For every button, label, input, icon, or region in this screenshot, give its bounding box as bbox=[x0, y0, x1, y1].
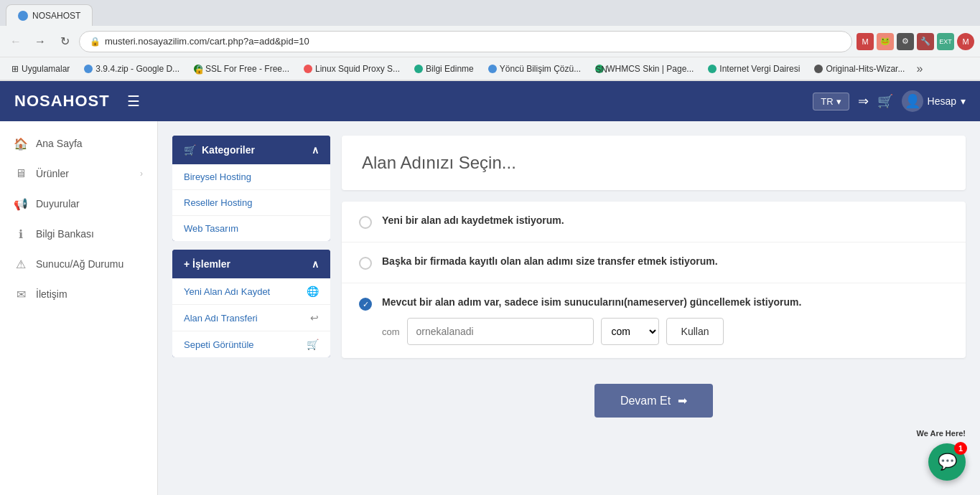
bookmark-favicon-2: 🔒 bbox=[194, 65, 202, 73]
top-nav-left: NOSAHOST ☰ bbox=[14, 90, 143, 113]
profile-icon[interactable]: M bbox=[957, 33, 974, 50]
option-radio-2[interactable] bbox=[359, 257, 372, 270]
category-bireysel-label: Bireysel Hosting bbox=[184, 171, 251, 182]
browser-tab[interactable]: NOSAHOST bbox=[6, 4, 93, 26]
islemler-title: + İşlemler bbox=[184, 258, 230, 270]
products-arrow-icon: › bbox=[140, 169, 143, 179]
bookmark-7[interactable]: Internet Vergi Dairesi bbox=[702, 62, 806, 76]
announcements-icon: 📢 bbox=[14, 197, 27, 210]
categories-items: Bireysel Hosting Reseller Hosting Web Ta… bbox=[172, 164, 330, 241]
option-label-2: Başka bir firmada kayıtlı olan alan adım… bbox=[382, 255, 948, 267]
sidebar-item-knowledge[interactable]: ℹ Bilgi Bankası bbox=[0, 219, 157, 249]
category-webdesign[interactable]: Web Tasarım bbox=[172, 216, 330, 241]
ext-icon-1[interactable]: M bbox=[857, 33, 874, 50]
category-webdesign-label: Web Tasarım bbox=[184, 223, 238, 234]
islem-transfer[interactable]: Alan Adı Transferi ↩ bbox=[172, 305, 330, 331]
home-icon: 🏠 bbox=[14, 137, 27, 150]
cart-view-icon: 🛒 bbox=[307, 339, 319, 350]
back-button[interactable]: ← bbox=[6, 32, 26, 52]
cart-button[interactable]: 🛒 bbox=[877, 93, 893, 109]
continue-arrow-icon: ➡ bbox=[678, 394, 687, 407]
option-content-3: Mevcut bir alan adım var, sadece isim su… bbox=[382, 296, 948, 345]
islemler-panel: + İşlemler ∧ Yeni Alan Adı Kaydet 🌐 Alan… bbox=[172, 250, 330, 357]
tab-title: NOSAHOST bbox=[32, 11, 80, 21]
browser-tabs: NOSAHOST bbox=[0, 0, 980, 26]
bookmark-favicon-5 bbox=[488, 65, 497, 73]
hamburger-button[interactable]: ☰ bbox=[124, 90, 143, 113]
bookmarks-bar: ⊞ Uygulamalar 3.9.4.zip - Google D... 🔒 … bbox=[0, 57, 980, 80]
bookmarks-more[interactable]: » bbox=[916, 62, 923, 75]
bookmark-2[interactable]: 🔒 SSL For Free - Free... bbox=[188, 62, 295, 76]
sidebar-label-server: Sunucu/Ağ Durumu bbox=[36, 258, 143, 270]
ext-icon-5[interactable]: EXT bbox=[937, 33, 954, 50]
bookmark-apps[interactable]: ⊞ Uygulamalar bbox=[6, 62, 75, 76]
bookmark-4[interactable]: Bilgi Edinme bbox=[409, 62, 480, 76]
sidebar: 🏠 Ana Sayfa 🖥 Ürünler › 📢 Duyurular ℹ Bi… bbox=[0, 121, 158, 495]
chat-badge: 1 bbox=[954, 442, 967, 455]
account-button[interactable]: 👤 Hesap ▾ bbox=[902, 90, 966, 112]
server-icon: ⚠ bbox=[14, 258, 27, 270]
categories-panel: 🛒 Kategoriler ∧ Bireysel Hosting Reselle… bbox=[172, 136, 330, 241]
sidebar-label-home: Ana Sayfa bbox=[36, 138, 143, 149]
redirect-button[interactable]: ⇒ bbox=[858, 93, 869, 109]
forward-button[interactable]: → bbox=[30, 32, 50, 52]
bookmark-favicon-1 bbox=[84, 65, 93, 73]
categories-header-left: 🛒 Kategoriler bbox=[184, 144, 255, 156]
bookmark-favicon-3 bbox=[304, 65, 312, 73]
browser-extensions: M 🐸 ⚙ 🔧 EXT M bbox=[857, 33, 974, 50]
domain-tld-select[interactable]: com net org com.tr net.tr bbox=[601, 318, 659, 345]
category-reseller[interactable]: Reseller Hosting bbox=[172, 190, 330, 216]
option-radio-1[interactable] bbox=[359, 216, 372, 229]
reload-button[interactable]: ↻ bbox=[55, 32, 75, 52]
options-card: Yeni bir alan adı kaydetmek istiyorum. B… bbox=[342, 202, 966, 358]
bookmark-5[interactable]: Yöncü Bilişim Çözü... bbox=[482, 62, 587, 76]
bookmark-favicon-8 bbox=[814, 65, 823, 73]
brand-name: NOSAHOST bbox=[14, 92, 110, 110]
sidebar-item-contact[interactable]: ✉ İletişim bbox=[0, 279, 157, 309]
ext-icon-3[interactable]: ⚙ bbox=[897, 33, 914, 50]
islem-cart[interactable]: Sepeti Görüntüle 🛒 bbox=[172, 331, 330, 357]
sidebar-label-contact: İletişim bbox=[36, 288, 143, 300]
bookmark-1[interactable]: 3.9.4.zip - Google D... bbox=[78, 62, 185, 76]
url-text: musteri.nosayazilim.com/cart.php?a=add&p… bbox=[105, 36, 841, 47]
main-area: 🏠 Ana Sayfa 🖥 Ürünler › 📢 Duyurular ℹ Bi… bbox=[0, 121, 980, 495]
islemler-items: Yeni Alan Adı Kaydet 🌐 Alan Adı Transfer… bbox=[172, 278, 330, 357]
option-radio-3[interactable] bbox=[359, 298, 372, 311]
address-bar[interactable]: 🔒 musteri.nosayazilim.com/cart.php?a=add… bbox=[79, 31, 852, 52]
bookmark-favicon-7 bbox=[708, 65, 717, 73]
bookmark-6[interactable]: SN WHMCS Skin | Page... bbox=[589, 62, 699, 76]
islem-new-domain[interactable]: Yeni Alan Adı Kaydet 🌐 bbox=[172, 278, 330, 305]
bookmark-favicon-6: SN bbox=[595, 65, 604, 73]
bookmark-8[interactable]: Original-Hits-Wizar... bbox=[808, 62, 910, 76]
ext-icon-2[interactable]: 🐸 bbox=[877, 33, 894, 50]
use-button[interactable]: Kullan bbox=[666, 318, 724, 345]
chat-bubble[interactable]: 💬 1 We Are Here! bbox=[928, 443, 966, 481]
sidebar-item-home[interactable]: 🏠 Ana Sayfa bbox=[0, 128, 157, 159]
chat-icon: 💬 bbox=[938, 453, 957, 471]
bookmark-3[interactable]: Linux Squid Proxy S... bbox=[298, 62, 406, 76]
sidebar-label-announcements: Duyurular bbox=[36, 198, 143, 209]
sidebar-item-products[interactable]: 🖥 Ürünler › bbox=[0, 159, 157, 189]
category-bireysel[interactable]: Bireysel Hosting bbox=[172, 164, 330, 190]
transfer-label: Alan Adı Transferi bbox=[184, 313, 258, 324]
sidebar-item-server[interactable]: ⚠ Sunucu/Ağ Durumu bbox=[0, 249, 157, 279]
cart-view-label: Sepeti Görüntüle bbox=[184, 339, 254, 350]
domain-title-card: Alan Adınızı Seçin... bbox=[342, 136, 966, 190]
bookmark-favicon-4 bbox=[414, 65, 423, 73]
ext-icon-4[interactable]: 🔧 bbox=[917, 33, 934, 50]
top-nav: NOSAHOST ☰ TR ▾ ⇒ 🛒 👤 Hesap ▾ bbox=[0, 81, 980, 121]
domain-input[interactable] bbox=[407, 318, 594, 345]
right-panel: Alan Adınızı Seçin... Yeni bir alan adı … bbox=[342, 136, 966, 432]
knowledge-icon: ℹ bbox=[14, 227, 27, 240]
option-row-2: Başka bir firmada kayıtlı olan alan adım… bbox=[342, 242, 966, 283]
account-chevron-icon: ▾ bbox=[961, 95, 966, 107]
sidebar-item-announcements[interactable]: 📢 Duyurular bbox=[0, 189, 157, 219]
cart-icon: 🛒 bbox=[184, 144, 196, 156]
continue-button[interactable]: Devam Et ➡ bbox=[594, 384, 713, 418]
new-domain-label: Yeni Alan Adı Kaydet bbox=[184, 286, 270, 297]
categories-title: Kategoriler bbox=[202, 144, 255, 156]
app-wrapper: NOSAHOST ☰ TR ▾ ⇒ 🛒 👤 Hesap ▾ 🏠 Ana Sayf… bbox=[0, 81, 980, 495]
language-button[interactable]: TR ▾ bbox=[813, 93, 849, 110]
option-sub-row: com com net org com.tr net.tr bbox=[382, 318, 948, 345]
transfer-icon: ↩ bbox=[310, 312, 319, 324]
